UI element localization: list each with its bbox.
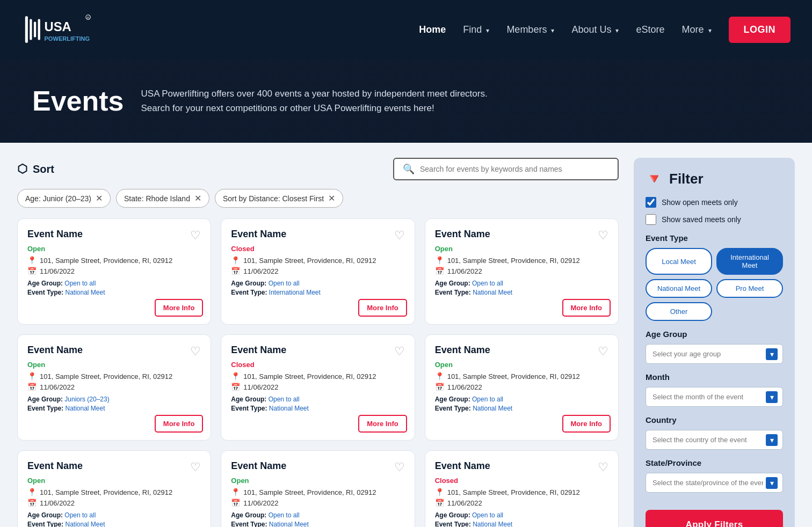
month-select-wrap: Select the month of the event [646,387,783,407]
age-group-label: Age Group [646,330,783,339]
show-open-checkbox[interactable] [646,197,656,208]
event-date: 11/06/2022 [40,383,75,391]
event-type-value: National Meet [65,289,105,296]
event-type-button[interactable]: National Meet [646,279,712,298]
age-group-row: Age Group: Juniors (20–23) [27,396,201,403]
country-select[interactable]: Select the country of the event [646,430,783,450]
card-bottom: Age Group: Open to all Event Type: Natio… [435,511,608,527]
card-date-row: 📅 11/06/2022 [231,499,404,507]
card-date-row: 📅 11/06/2022 [27,499,201,507]
event-type-row: Event Type: National Meet [231,405,404,412]
favorite-button[interactable]: ♡ [394,460,405,474]
event-card: Event Name ♡ Open 📍 101, Sample Street, … [221,450,415,527]
calendar-icon: 📅 [435,267,444,275]
month-select[interactable]: Select the month of the event [646,387,783,407]
logo-icon: USA POWERLIFTING R [21,8,113,51]
more-info-button[interactable]: More Info [562,299,611,317]
card-top: Event Name ♡ [27,229,201,243]
search-box: 🔍 [393,158,619,180]
event-type-value: National Meet [269,521,309,527]
event-title: Event Name [231,460,286,472]
event-title: Event Name [435,345,490,356]
event-type-grid: Local MeetInternational MeetNational Mee… [646,248,783,321]
more-info-button[interactable]: More Info [358,415,407,433]
more-info-button[interactable]: More Info [562,415,611,433]
event-address: 101, Sample Street, Providence, RI, 0291… [40,488,172,496]
favorite-button[interactable]: ♡ [190,460,201,474]
favorite-button[interactable]: ♡ [598,345,608,358]
card-date-row: 📅 11/06/2022 [435,499,608,507]
event-type-value: National Meet [65,521,105,527]
event-type-row: Event Type: National Meet [27,405,201,412]
nav-home[interactable]: Home [419,24,446,35]
card-date-row: 📅 11/06/2022 [231,383,404,391]
chip-state[interactable]: State: Rhode Island ✕ [116,189,209,208]
card-address-row: 📍 101, Sample Street, Providence, RI, 02… [231,372,404,380]
favorite-button[interactable]: ♡ [394,345,405,358]
event-type-button[interactable]: Local Meet [646,248,712,275]
location-icon: 📍 [27,488,37,496]
event-type-value: International Meet [269,289,321,296]
nav-estore[interactable]: eStore [636,24,664,35]
chip-state-remove[interactable]: ✕ [194,193,201,203]
apply-filters-button[interactable]: Apply Filters [646,510,783,527]
nav-members[interactable]: Members ▾ [506,24,554,35]
search-input[interactable] [420,165,609,173]
login-button[interactable]: LOGIN [729,17,791,43]
more-info-button[interactable]: More Info [155,415,204,433]
event-type-button[interactable]: Pro Meet [716,279,783,298]
age-group-value: Open to all [472,396,503,403]
event-address: 101, Sample Street, Providence, RI, 0291… [447,488,580,496]
nav-more[interactable]: More ▾ [682,24,711,35]
event-card: Event Name ♡ Open 📍 101, Sample Street, … [17,450,211,527]
main-content: ⬡ Sort 🔍 Age: Junior (20–23) ✕ State: Rh… [0,143,812,527]
event-status: Open [27,477,201,485]
age-group-value: Juniors (20–23) [64,396,109,403]
event-type-row: Event Type: National Meet [27,521,201,527]
event-type-row: Event Type: National Meet [435,405,608,412]
card-bottom: Age Group: Open to all Event Type: Natio… [231,511,404,527]
card-top: Event Name ♡ [435,229,608,243]
hero-title: Events [32,85,124,117]
country-label: Country [646,415,783,424]
event-date: 11/06/2022 [243,383,278,391]
state-select[interactable]: Select the state/province of the event [646,473,783,493]
favorite-button[interactable]: ♡ [394,229,405,243]
nav-find[interactable]: Find ▾ [463,24,489,35]
age-group-row: Age Group: Open to all [435,280,608,287]
age-group-row: Age Group: Open to all [231,511,404,519]
card-top: Event Name ♡ [435,460,608,474]
event-title: Event Name [231,229,286,240]
event-title: Event Name [231,345,286,356]
event-card: Event Name ♡ Open 📍 101, Sample Street, … [17,218,211,325]
chip-distance[interactable]: Sort by Distance: Closest First ✕ [215,189,343,208]
chip-distance-remove[interactable]: ✕ [328,193,335,203]
favorite-button[interactable]: ♡ [598,460,608,474]
card-top: Event Name ♡ [231,460,404,474]
svg-text:R: R [87,16,90,19]
card-bottom: Age Group: Open to all Event Type: Natio… [231,396,404,412]
location-icon: 📍 [435,256,444,265]
age-group-row: Age Group: Open to all [231,396,404,403]
location-icon: 📍 [231,372,240,380]
favorite-button[interactable]: ♡ [190,345,201,358]
event-type-button[interactable]: Other [646,302,712,321]
more-info-button[interactable]: More Info [155,299,204,317]
chip-age-remove[interactable]: ✕ [96,193,103,203]
svg-text:USA: USA [45,19,71,34]
favorite-button[interactable]: ♡ [598,229,608,243]
more-info-button[interactable]: More Info [358,299,407,317]
age-group-value: Open to all [269,396,300,403]
event-type-button[interactable]: International Meet [716,248,783,275]
event-address: 101, Sample Street, Providence, RI, 0291… [447,257,580,265]
age-group-select[interactable]: Select your age group [646,344,783,364]
card-top: Event Name ♡ [231,229,404,243]
events-area: ⬡ Sort 🔍 Age: Junior (20–23) ✕ State: Rh… [17,158,619,527]
event-type-value: National Meet [269,405,309,412]
nav-about[interactable]: About Us ▾ [571,24,619,35]
favorite-button[interactable]: ♡ [190,229,201,243]
age-group-value: Open to all [472,511,503,519]
chip-age[interactable]: Age: Junior (20–23) ✕ [17,189,111,208]
card-date-row: 📅 11/06/2022 [231,267,404,275]
show-saved-checkbox[interactable] [646,214,656,225]
